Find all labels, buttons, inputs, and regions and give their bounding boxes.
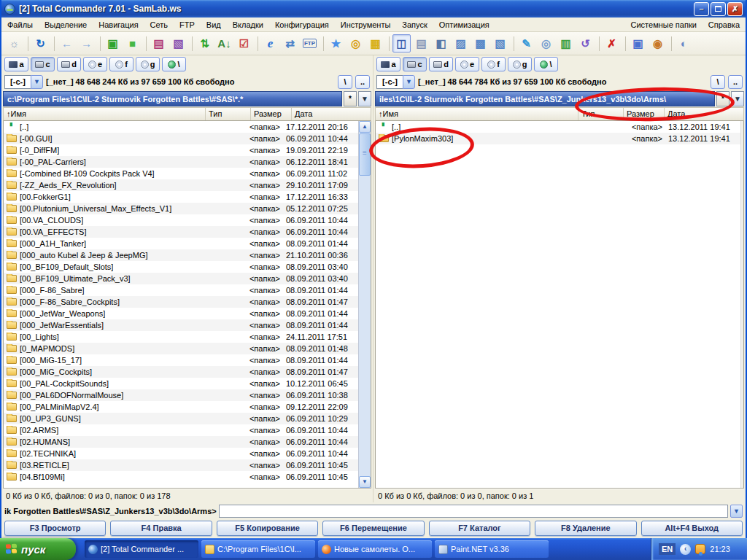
- right-history-dropdown[interactable]: ▼: [731, 91, 744, 106]
- left-drive-selector[interactable]: [-c-] ▼: [4, 75, 43, 89]
- scroll-thumb[interactable]: [359, 133, 371, 176]
- drive-e-button[interactable]: e: [83, 57, 107, 71]
- header-type[interactable]: Тип: [206, 108, 251, 120]
- internet-explorer-icon[interactable]: e: [261, 34, 279, 52]
- header-date[interactable]: Дата: [665, 108, 743, 120]
- header-size[interactable]: Размер: [624, 108, 665, 120]
- [03.RETICLE][interactable]: [03.RETICLE] <папка> 06.09.2011 10:45: [4, 459, 358, 471]
- drive-a-button[interactable]: a: [4, 57, 28, 71]
- menu-item[interactable]: Конфигурация: [269, 19, 335, 31]
- [02.TECHNIKA][interactable]: [02.TECHNIKA] <папка> 06.09.2011 10:44: [4, 448, 358, 459]
- favorites-star-icon[interactable]: ★: [327, 34, 345, 52]
- [00_PAL6DOFNormalMouse][interactable]: [00_PAL6DOFNormalMouse] <папка> 06.09.20…: [4, 389, 358, 401]
- [000_F-86_Sabre_Cockpits][interactable]: [000_F-86_Sabre_Cockpits] <папка> 08.09.…: [4, 296, 358, 308]
- chevron-down-icon[interactable]: ▼: [403, 75, 415, 89]
- function-key-button[interactable]: F8 Удаление: [535, 521, 636, 536]
- left-scrollbar[interactable]: ▲ ▼: [358, 121, 371, 488]
- menu-item[interactable]: Оптимизация: [433, 19, 495, 31]
- [-Combined Bf-109 Cockpits Pack V4][interactable]: [-Combined Bf-109 Cockpits Pack V4] <пап…: [4, 168, 358, 179]
- search-icon[interactable]: ◎: [347, 34, 365, 52]
- delete-icon[interactable]: ✗: [603, 34, 621, 52]
- right-current-path[interactable]: iles\1C\IL-2 Sturmovik Forgotten Battles…: [375, 91, 715, 106]
- [00_PALMiniMapV2.4][interactable]: [00_PALMiniMapV2.4] <папка> 09.12.2011 2…: [4, 401, 358, 413]
- drive-e-button[interactable]: e: [455, 57, 479, 71]
- [00_BF109_Ultimate_Pack_v3][interactable]: [00_BF109_Ultimate_Pack_v3] <папка> 08.0…: [4, 273, 358, 284]
- pack-files-icon[interactable]: ▣: [104, 34, 122, 52]
- menu-item[interactable]: Файлы: [1, 19, 39, 31]
- function-key-button[interactable]: F6 Перемещение: [322, 521, 424, 536]
- menu-item[interactable]: Вкладки: [227, 19, 269, 31]
- drive-f-button[interactable]: f: [481, 57, 506, 71]
- menu-item[interactable]: Навигация: [93, 19, 144, 31]
- right-up-button[interactable]: ..: [728, 75, 743, 89]
- [00_UP3_GUNS][interactable]: [00_UP3_GUNS] <папка> 06.09.2011 10:29: [4, 413, 358, 424]
- web-document-icon[interactable]: ◐: [675, 34, 693, 52]
- map-network-drive-icon[interactable]: ⇄: [281, 34, 299, 52]
- menu-item[interactable]: Инструменты: [335, 19, 397, 31]
- function-key-button[interactable]: Alt+F4 Выход: [641, 521, 743, 536]
- start-button[interactable]: пуск: [0, 538, 76, 560]
- menu-item[interactable]: Вид: [201, 19, 227, 31]
- security-tray-icon[interactable]: [695, 544, 705, 554]
- [00.VA_CLOUDS][interactable]: [00.VA_CLOUDS] <папка> 06.09.2011 10:44: [4, 214, 358, 226]
- restore-button[interactable]: [711, 2, 726, 16]
- rar-extract-icon[interactable]: ▧: [169, 34, 187, 52]
- disk-usage-chart-icon[interactable]: ▥: [557, 34, 575, 52]
- menu-item[interactable]: Выделение: [39, 19, 93, 31]
- panel-calendar-icon[interactable]: ▦: [366, 34, 384, 52]
- back-icon[interactable]: ←: [58, 34, 76, 52]
- header-name[interactable]: ↑Имя: [376, 108, 578, 120]
- folder-open-icon[interactable]: ▨: [452, 34, 470, 52]
- [000_MiG_Cockpits][interactable]: [000_MiG_Cockpits] <папка> 08.09.2011 01…: [4, 366, 358, 378]
- header-size[interactable]: Размер: [251, 108, 292, 120]
- folder-search-icon[interactable]: ▧: [491, 34, 509, 52]
- view-details-icon[interactable]: ◧: [432, 34, 450, 52]
- hint-icon[interactable]: ☼: [5, 34, 23, 52]
- drive-g-button[interactable]: g: [136, 57, 160, 71]
- vertical-sort-icon[interactable]: ⇅: [196, 34, 214, 52]
- function-key-button[interactable]: F7 Каталог: [429, 521, 530, 536]
- [PylonMaxim303][interactable]: [PylonMaxim303] <папка> 13.12.2011 19:41: [376, 133, 740, 144]
- [00.FokkerG1][interactable]: [00.FokkerG1] <папка> 17.12.2011 16:33: [4, 191, 358, 203]
- header-date[interactable]: Дата: [292, 108, 371, 120]
- [000_JetWar_Weapons][interactable]: [000_JetWar_Weapons] <папка> 08.09.2011 …: [4, 308, 358, 319]
- minimize-button[interactable]: –: [694, 2, 709, 16]
- right-star-button[interactable]: *: [716, 91, 729, 106]
- header-name[interactable]: ↑Имя: [4, 108, 206, 120]
- [000_auto Kubel & Jeep & JeepMG][interactable]: [000_auto Kubel & Jeep & JeepMG] <папка>…: [4, 249, 358, 261]
- chevron-down-icon[interactable]: ▼: [31, 75, 43, 89]
- left-current-path[interactable]: c:\Program Files\1C\IL-2 Sturmovik Forgo…: [3, 91, 342, 106]
- drive-d-button[interactable]: d: [57, 57, 81, 71]
- left-root-button[interactable]: \: [338, 75, 352, 89]
- left-up-button[interactable]: ..: [355, 75, 370, 89]
- close-button[interactable]: ✗: [727, 2, 743, 16]
- drive-net-button[interactable]: \: [162, 57, 186, 71]
- [000_A1H_Tanker][interactable]: [000_A1H_Tanker] <папка> 08.09.2011 01:4…: [4, 238, 358, 249]
- burn-cd-icon[interactable]: ◉: [649, 34, 667, 52]
- [00_PAL-CockpitSounds][interactable]: [00_PAL-CockpitSounds] <папка> 10.12.201…: [4, 378, 358, 389]
- [00_BF109_Default_Slots][interactable]: [00_BF109_Default_Slots] <папка> 08.09.2…: [4, 261, 358, 273]
- language-indicator[interactable]: EN: [659, 543, 676, 555]
- header-type[interactable]: Тип: [578, 108, 624, 120]
- drive-g-button[interactable]: g: [508, 57, 532, 71]
- [..][interactable]: [..] <папка> 17.12.2011 20:16: [4, 121, 358, 133]
- menu-item[interactable]: Сеть: [144, 19, 174, 31]
- [000_F-86_Sabre][interactable]: [000_F-86_Sabre] <папка> 08.09.2011 01:4…: [4, 284, 358, 296]
- [-ZZ_Aeds_FX_Revolution][interactable]: [-ZZ_Aeds_FX_Revolution] <папка> 29.10.2…: [4, 179, 358, 191]
- [-00_PAL-Carriers][interactable]: [-00_PAL-Carriers] <папка> 06.12.2011 18…: [4, 156, 358, 168]
- left-star-button[interactable]: *: [344, 91, 357, 106]
- [00.Plutonium_Universal_Max_Effects_V1][interactable]: [00.Plutonium_Universal_Max_Effects_V1] …: [4, 203, 358, 214]
- menu-item[interactable]: FTP: [174, 19, 201, 31]
- ftp-connect-icon[interactable]: FTP: [301, 34, 319, 52]
- scroll-down-icon[interactable]: ▼: [359, 476, 371, 488]
- right-drive-selector[interactable]: [-c-] ▼: [376, 75, 415, 89]
- forward-icon[interactable]: →: [77, 34, 96, 52]
- function-key-button[interactable]: F3 Просмотр: [4, 521, 106, 536]
- drive-c-button[interactable]: c: [31, 57, 55, 71]
- menu-item[interactable]: Запуск: [396, 19, 433, 31]
- drive-net-button[interactable]: \: [534, 57, 558, 71]
- [000_MiG-15_17][interactable]: [000_MiG-15_17] <папка> 08.09.2011 01:44: [4, 354, 358, 366]
- titlebar[interactable]: [2] Total Commander 7.01 - SamLab.ws – ✗: [1, 0, 746, 18]
- verify-checklist-icon[interactable]: ☑: [235, 34, 253, 52]
- drive-c-button[interactable]: c: [403, 57, 427, 71]
